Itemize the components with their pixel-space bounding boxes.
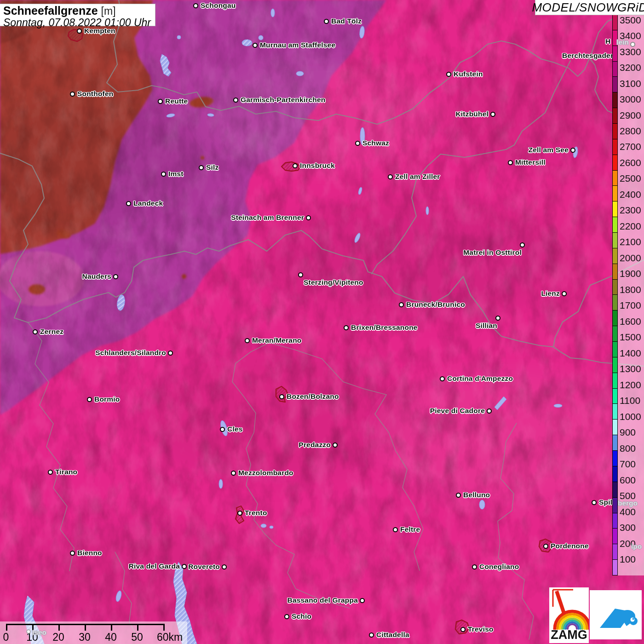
city-label: Tirano [55,468,77,476]
city-dot [77,29,82,34]
city-label: Pordenone [551,542,589,550]
scalebar-label: 0 [3,631,9,644]
colorbar-segment [613,139,617,155]
city-dot [231,471,236,476]
colorbar-tick-label: 2600 [620,157,641,168]
city-label: Bassano del Grappa [288,596,358,604]
city-label: Schlanders/Silandro [95,349,166,357]
city-dot [508,160,513,165]
city-dot [293,163,298,168]
mountain-cloud-icon [590,590,642,639]
scalebar-label: 30 [79,631,91,644]
city-label: Conegliano [479,563,519,571]
city-label: Treviso [468,625,494,633]
colorbar-tick-label: 1000 [620,411,641,422]
colorbar-segment [613,264,617,279]
colorbar-tick-label: 2300 [620,205,641,216]
city-dot [279,394,284,399]
city-label: Steinach am Brenner [231,213,304,222]
colorbar-tick-label: 1700 [620,300,641,311]
colorbar-segment [613,92,617,108]
colorbar-tick-label: 1600 [620,316,641,327]
faint-city-label: lein [616,38,629,46]
city-label: Matrei in Osttirol [463,248,522,257]
city-dot [324,19,329,24]
city-label: Kitzbühel [455,110,489,118]
city-label: Sterzing/Vipiteno [304,278,363,287]
colorbar-tick-label: 1100 [620,395,640,406]
colorbar-segment [613,497,617,513]
city-dot [161,172,166,177]
colorbar-segment [613,419,617,435]
model-box: MODEL/SNOWGRiD [535,0,644,15]
city-label: Schwaz [362,139,389,147]
rainbow-icon [549,587,589,630]
colorbar-segment [613,341,617,357]
colorbar-segment [613,403,617,419]
scalebar-label: 60km [157,631,183,644]
city-dot [168,351,173,356]
colorbar-segment [613,528,617,544]
city-label: Bruneck/Brunico [406,300,465,309]
colorbar-segment [613,232,617,248]
colorbar-segment [613,155,617,170]
colorbar-segment [613,108,617,123]
colorbar-segment [613,248,617,264]
colorbar-segment [613,373,617,388]
zamg-wordmark: ZAMG [549,628,589,642]
colorbar-tick-label: 300 [620,522,636,533]
title-text: Schneefallgrenze [3,4,98,17]
title-unit: [m] [101,5,116,17]
city-label: Bad Tölz [331,17,362,25]
city-dot [333,443,338,448]
city-dot [446,72,451,77]
city-dot [284,614,289,619]
city-dot [369,632,374,638]
colorbar-segment [613,279,617,295]
city-label: Zell am See [529,146,569,154]
city-label: Mittersill [515,158,546,167]
city-dot [199,165,204,170]
scalebar-label: 50 [131,631,143,644]
city-dot [298,272,303,277]
scalebar-tick [6,624,7,631]
city-label: Reutte [165,97,188,105]
colorbar-segment [613,544,617,559]
colorbar-tick-label: 3500 [620,15,641,26]
city-dot [253,43,258,48]
city-dot [87,397,92,402]
scalebar-tick [163,624,165,631]
colorbar-tick-label: 1400 [620,348,641,359]
city-label: Cittadella [376,631,409,639]
scalebar-tick [58,624,60,631]
scalebar-label: 20 [52,631,64,644]
colorbar [612,14,618,575]
city-dot [233,98,238,103]
city-dot [543,544,548,549]
city-dot [48,470,53,475]
city-dot [237,511,242,516]
colorbar-segment [613,388,617,404]
scalebar-label: 40 [105,631,117,644]
city-label: Kufstein [454,70,483,78]
zamg-logo: ZAMG [549,587,589,643]
city-dot [570,148,575,153]
faint-city-label: ipo [631,542,642,551]
faint-city-label: bergo [618,499,638,507]
colorbar-segment [613,450,617,466]
colorbar-segment [613,185,617,201]
city-label: Bormio [94,395,120,403]
colorbar-segment [613,294,617,310]
city-dot [158,99,163,104]
colorbar-segment [613,326,617,341]
page-title: Schneefallgrenze [m] [3,5,152,17]
colorbar-tick-label: 2800 [620,126,641,137]
colorbar-tick-label: 2100 [620,236,641,247]
colorbar-segment [613,435,617,450]
colorbar-tick-label: 2400 [620,189,641,200]
city-label: Berchtesgaden [562,52,615,60]
city-dot [399,302,404,307]
colorbar-segment [613,217,617,232]
city-dot [126,201,131,206]
colorbar-tick-label: 1800 [620,284,641,295]
